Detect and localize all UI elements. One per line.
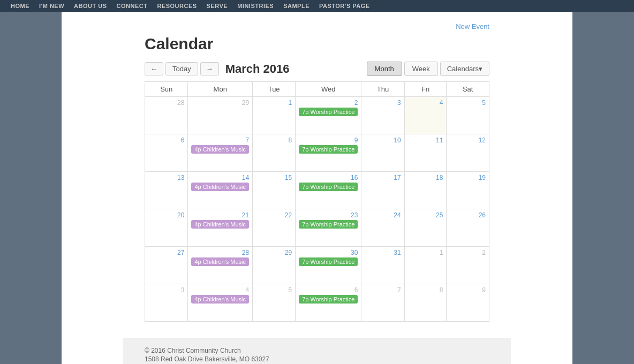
nav-serve[interactable]: SERVE xyxy=(207,3,228,9)
calendar-cell[interactable]: 284p Children's Music xyxy=(188,247,253,284)
calendar-cell[interactable]: 29 xyxy=(253,247,296,284)
nav-home[interactable]: HOME xyxy=(11,3,29,9)
day-number: 7 xyxy=(365,286,401,294)
day-number: 12 xyxy=(450,136,486,144)
day-number: 30 xyxy=(299,249,358,256)
day-header-mon: Mon xyxy=(188,82,253,97)
calendar-cell[interactable]: 6 xyxy=(145,134,188,172)
calendar-event[interactable]: 4p Children's Music xyxy=(191,145,249,154)
calendar-cell[interactable]: 44p Children's Music xyxy=(188,284,253,322)
month-view-button[interactable]: Month xyxy=(367,62,402,76)
calendar-cell[interactable]: 29 xyxy=(188,97,253,134)
day-number: 5 xyxy=(450,99,486,107)
calendar-cell[interactable]: 13 xyxy=(145,172,188,209)
new-event-link[interactable]: New Event xyxy=(456,22,489,31)
day-header-thu: Thu xyxy=(361,82,404,97)
new-event-area: New Event xyxy=(145,22,489,31)
week-view-button[interactable]: Week xyxy=(404,62,438,76)
day-number: 29 xyxy=(191,99,249,107)
calendar-cell[interactable]: 3 xyxy=(361,97,404,134)
calendar-cell[interactable]: 1 xyxy=(253,97,296,134)
day-number: 10 xyxy=(365,136,401,144)
day-number: 9 xyxy=(299,136,358,144)
day-number: 31 xyxy=(365,249,401,256)
calendar-cell[interactable]: 144p Children's Music xyxy=(188,172,253,209)
calendar-cell[interactable]: 1 xyxy=(404,247,447,284)
calendar-cell[interactable]: 167p Worship Practice xyxy=(296,172,361,209)
calendar-cell[interactable]: 11 xyxy=(404,134,447,172)
calendar-event[interactable]: 7p Worship Practice xyxy=(299,108,358,116)
calendar-cell[interactable]: 22 xyxy=(253,209,296,247)
main-content: New Event Calendar ← Today → March 2016 … xyxy=(123,12,511,338)
calendar-cell[interactable]: 19 xyxy=(447,172,489,209)
day-header-tue: Tue xyxy=(253,82,296,97)
calendar-cell[interactable]: 8 xyxy=(253,134,296,172)
calendar-cell[interactable]: 5 xyxy=(253,284,296,322)
calendar-cell[interactable]: 17 xyxy=(361,172,404,209)
calendar-event[interactable]: 7p Worship Practice xyxy=(299,257,358,266)
calendar-event[interactable]: 7p Worship Practice xyxy=(299,183,358,191)
day-number: 2 xyxy=(299,99,358,107)
calendar-event[interactable]: 4p Children's Music xyxy=(191,257,249,266)
calendar-cell[interactable]: 67p Worship Practice xyxy=(296,284,361,322)
calendars-dropdown-button[interactable]: Calendars▾ xyxy=(440,62,489,76)
calendar-cell[interactable]: 28 xyxy=(145,97,188,134)
view-buttons: Month Week Calendars▾ xyxy=(367,62,489,76)
calendar-cell[interactable]: 12 xyxy=(447,134,489,172)
day-number: 1 xyxy=(256,99,292,107)
next-button[interactable]: → xyxy=(200,62,219,75)
day-number: 1 xyxy=(408,249,443,256)
calendar-cell[interactable]: 27p Worship Practice xyxy=(296,97,361,134)
calendar-event[interactable]: 4p Children's Music xyxy=(191,183,249,191)
calendar-cell[interactable]: 214p Children's Music xyxy=(188,209,253,247)
nav-connect[interactable]: CONNECT xyxy=(117,3,148,9)
nav-im-new[interactable]: I'M NEW xyxy=(39,3,64,9)
calendar-event[interactable]: 7p Worship Practice xyxy=(299,145,358,154)
day-number: 8 xyxy=(256,136,292,144)
calendar-cell[interactable]: 307p Worship Practice xyxy=(296,247,361,284)
day-number: 16 xyxy=(299,174,358,181)
day-number: 4 xyxy=(408,99,443,107)
calendar-cell[interactable]: 74p Children's Music xyxy=(188,134,253,172)
calendar-cell[interactable]: 26 xyxy=(447,209,489,247)
day-number: 15 xyxy=(256,174,292,181)
nav-ministries[interactable]: MINISTRIES xyxy=(237,3,274,9)
calendar-cell[interactable]: 9 xyxy=(447,284,489,322)
calendar-cell[interactable]: 25 xyxy=(404,209,447,247)
calendar-event[interactable]: 7p Worship Practice xyxy=(299,295,358,304)
day-number: 26 xyxy=(450,211,486,219)
calendar-cell[interactable]: 27 xyxy=(145,247,188,284)
today-button[interactable]: Today xyxy=(165,62,198,75)
calendar-event[interactable]: 4p Children's Music xyxy=(191,220,249,229)
calendar-cell[interactable]: 24 xyxy=(361,209,404,247)
calendar-row: 2829127p Worship Practice345 xyxy=(145,97,489,134)
top-navigation: HOME I'M NEW ABOUT US CONNECT RESOURCES … xyxy=(0,0,634,12)
day-number: 9 xyxy=(450,286,486,294)
calendar-cell[interactable]: 5 xyxy=(447,97,489,134)
calendar-cell[interactable]: 7 xyxy=(361,284,404,322)
day-number: 11 xyxy=(408,136,443,144)
calendar-cell[interactable]: 8 xyxy=(404,284,447,322)
prev-button[interactable]: ← xyxy=(145,62,163,75)
nav-resources[interactable]: RESOURCES xyxy=(157,3,197,9)
calendar-cell[interactable]: 10 xyxy=(361,134,404,172)
nav-about-us[interactable]: ABOUT US xyxy=(74,3,107,9)
calendar-cell[interactable]: 20 xyxy=(145,209,188,247)
calendar-cell[interactable]: 237p Worship Practice xyxy=(296,209,361,247)
calendar-cell[interactable]: 3 xyxy=(145,284,188,322)
day-number: 2 xyxy=(450,249,486,256)
day-number: 28 xyxy=(148,99,184,107)
calendar-cell[interactable]: 2 xyxy=(447,247,489,284)
calendar-event[interactable]: 4p Children's Music xyxy=(191,295,249,304)
calendar-cell[interactable]: 97p Worship Practice xyxy=(296,134,361,172)
nav-sample[interactable]: SAMPLE xyxy=(283,3,310,9)
day-number: 3 xyxy=(365,99,401,107)
calendar-controls: ← Today → March 2016 Month Week Calendar… xyxy=(145,62,489,76)
calendar-cell[interactable]: 18 xyxy=(404,172,447,209)
calendar-cell[interactable]: 4 xyxy=(404,97,447,134)
day-number: 6 xyxy=(148,136,184,144)
calendar-cell[interactable]: 15 xyxy=(253,172,296,209)
nav-pastors-page[interactable]: PASTOR'S PAGE xyxy=(319,3,370,9)
calendar-event[interactable]: 7p Worship Practice xyxy=(299,220,358,229)
calendar-cell[interactable]: 31 xyxy=(361,247,404,284)
